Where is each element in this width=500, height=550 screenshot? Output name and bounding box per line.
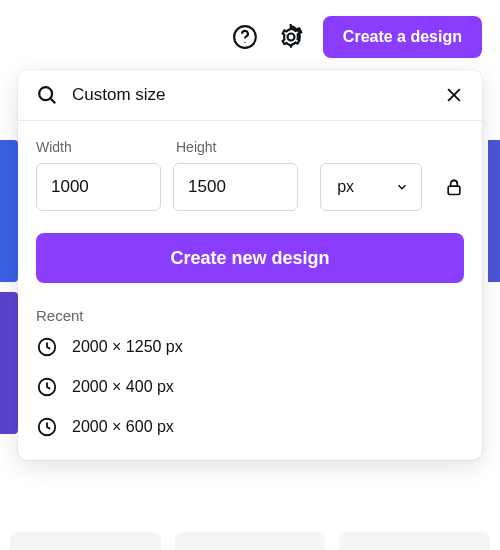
recent-item[interactable]: 2000 × 600 px [36,416,464,438]
svg-line-4 [50,98,55,103]
panel-body: Width Height 1000 1500 px [18,121,482,460]
height-input[interactable]: 1500 [173,163,298,211]
create-design-button[interactable]: Create a design [323,16,482,58]
svg-point-2 [287,34,294,41]
background-card [488,140,500,282]
recent-item-label: 2000 × 400 px [72,378,174,396]
lock-toggle[interactable] [444,176,464,198]
svg-point-3 [39,87,52,100]
width-label: Width [36,139,176,155]
recent-item[interactable]: 2000 × 400 px [36,376,464,398]
help-icon[interactable] [231,23,259,51]
svg-point-1 [244,42,245,43]
clock-icon [36,336,58,358]
close-icon[interactable] [444,85,464,105]
recent-item-label: 2000 × 600 px [72,418,174,436]
background-card [0,292,18,434]
create-new-design-button[interactable]: Create new design [36,233,464,283]
height-label: Height [176,139,316,155]
chevron-down-icon [395,180,409,194]
custom-size-panel: Custom size Width Height 1000 1500 px [18,70,482,460]
search-input[interactable]: Custom size [72,85,444,105]
clock-icon [36,376,58,398]
top-bar: Create a design [231,16,482,58]
app-root: Create a design Custom size Width Hei [0,0,500,550]
unit-select[interactable]: px [320,163,422,211]
recent-item-label: 2000 × 1250 px [72,338,183,356]
clock-icon [36,416,58,438]
recent-item[interactable]: 2000 × 1250 px [36,336,464,358]
search-row: Custom size [18,70,482,121]
recent-heading: Recent [36,307,464,324]
width-input[interactable]: 1000 [36,163,161,211]
gear-icon[interactable] [277,23,305,51]
unit-selected-label: px [337,178,354,196]
background-card [0,140,18,282]
svg-rect-7 [448,186,460,194]
search-icon [36,84,58,106]
background-card-row [10,532,490,550]
recent-list: 2000 × 1250 px 2000 × 400 px [36,336,464,438]
